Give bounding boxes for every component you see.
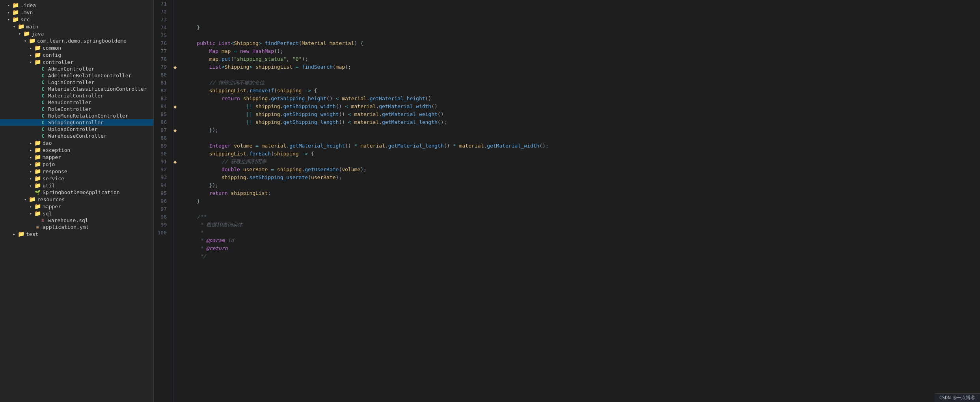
gutter-line	[173, 0, 181, 8]
gutter-line: ◆	[173, 126, 181, 134]
gutter-line	[173, 95, 181, 103]
tree-item-dao[interactable]: ▸📁dao	[0, 139, 153, 146]
tree-item-src[interactable]: ▾📁src	[0, 16, 153, 23]
tree-item-SpringbootDemoApplication[interactable]: 🌱SpringbootDemoApplication	[0, 189, 153, 196]
breakpoint-indicator: ◆	[173, 64, 177, 70]
tree-item-controller[interactable]: ▾📁controller	[0, 58, 153, 65]
gutter-line	[173, 213, 181, 221]
line-number: 87	[157, 126, 167, 134]
code-line: });	[184, 181, 977, 189]
gutter-line	[173, 16, 181, 24]
folder-closed-icon: 📁	[34, 154, 41, 160]
tree-item-label: test	[26, 231, 38, 237]
tree-item-mapper2[interactable]: ▸📁mapper	[0, 203, 153, 210]
folder-open-icon: 📁	[28, 196, 35, 202]
tree-item-UploadController[interactable]: CUploadController	[0, 126, 153, 133]
tree-item-label: AdminRoleRelationController	[48, 73, 131, 79]
code-line: *	[184, 229, 977, 237]
code-line: /**	[184, 213, 977, 221]
line-number: 92	[157, 166, 167, 174]
tree-item-config[interactable]: ▸📁config	[0, 51, 153, 58]
tree-item-java[interactable]: ▾📁java	[0, 30, 153, 37]
tree-item-MenuController[interactable]: CMenuController	[0, 99, 153, 106]
tree-item-WarehouseController[interactable]: CWarehouseController	[0, 133, 153, 139]
tree-item-sql[interactable]: ▾📁sql	[0, 210, 153, 217]
gutter-line	[173, 24, 181, 32]
gutter-line: ◆	[173, 158, 181, 166]
line-number: 86	[157, 118, 167, 126]
line-number: 77	[157, 47, 167, 55]
gutter-line	[173, 8, 181, 16]
tree-item-com.learn[interactable]: ▾📁com.learn.demo.springbootdemo	[0, 37, 153, 44]
tree-item-RoleMenuRelationController[interactable]: CRoleMenuRelationController	[0, 112, 153, 119]
tree-item-warehouse.sql[interactable]: ⊟warehouse.sql	[0, 217, 153, 224]
tree-item-label: src	[20, 17, 30, 22]
tree-item-label: MaterialController	[48, 93, 104, 99]
folder-open-arrow: ▾	[22, 39, 28, 43]
line-number: 71	[157, 0, 167, 8]
line-number: 79	[157, 63, 167, 71]
gutter-line	[173, 221, 181, 229]
folder-closed-arrow: ▸	[28, 183, 34, 188]
folder-closed-arrow: ▸	[28, 148, 34, 152]
gutter: ◆◆◆◆	[173, 0, 181, 402]
tree-item-response[interactable]: ▸📁response	[0, 168, 153, 175]
code-line: });	[184, 126, 977, 134]
gutter-line	[173, 229, 181, 237]
bottom-bar-label: CSDN @一点博客	[939, 395, 975, 400]
tree-item-MaterialClassificationController[interactable]: CMaterialClassificationController	[0, 86, 153, 92]
folder-closed-arrow: ▸	[6, 3, 12, 7]
line-number: 93	[157, 174, 167, 181]
tree-item-idea[interactable]: ▸📁.idea	[0, 2, 153, 9]
code-line: // 获取空间利用率	[184, 158, 977, 166]
folder-open-arrow: ▾	[17, 32, 23, 36]
java-file-icon: C	[39, 73, 47, 79]
tree-item-label: exception	[43, 147, 70, 153]
tree-item-label: pojo	[43, 161, 55, 167]
bottom-bar: CSDN @一点博客	[935, 393, 980, 402]
tree-item-application.yml[interactable]: ≡application.yml	[0, 224, 153, 230]
gutter-line	[173, 71, 181, 79]
code-line: }	[184, 197, 977, 205]
line-number: 72	[157, 8, 167, 16]
tree-item-RoleController[interactable]: CRoleController	[0, 106, 153, 112]
folder-closed-icon: 📁	[12, 9, 19, 15]
line-number: 74	[157, 24, 167, 32]
folder-closed-arrow: ▸	[28, 53, 34, 57]
tree-item-MaterialController[interactable]: CMaterialController	[0, 92, 153, 99]
folder-open-icon: 📁	[17, 23, 24, 30]
tree-item-mapper[interactable]: ▸📁mapper	[0, 153, 153, 161]
tree-item-AdminController[interactable]: CAdminController	[0, 65, 153, 72]
code-line: map.put("shipping_status", "0");	[184, 55, 977, 63]
tree-item-service[interactable]: ▸📁service	[0, 175, 153, 182]
code-line: Map map = new HashMap();	[184, 47, 977, 55]
tree-item-LoginController[interactable]: CLoginController	[0, 79, 153, 86]
tree-item-main[interactable]: ▾📁main	[0, 23, 153, 30]
tree-item-pojo[interactable]: ▸📁pojo	[0, 161, 153, 168]
tree-item-label: application.yml	[43, 224, 89, 230]
folder-closed-icon: 📁	[12, 2, 19, 8]
folder-open-arrow: ▾	[11, 24, 17, 29]
tree-item-common[interactable]: ▸📁common	[0, 44, 153, 51]
line-number: 78	[157, 55, 167, 63]
tree-item-label: controller	[43, 59, 73, 65]
tree-item-exception[interactable]: ▸📁exception	[0, 146, 153, 153]
sql-file-icon: ⊟	[39, 218, 47, 223]
code-line	[184, 205, 977, 213]
line-number: 96	[157, 197, 167, 205]
tree-item-test[interactable]: ▸📁test	[0, 230, 153, 237]
folder-closed-icon: 📁	[34, 52, 41, 58]
tree-item-mvn[interactable]: ▸📁.mvn	[0, 9, 153, 16]
file-tree[interactable]: ▸📁.idea▸📁.mvn▾📁src▾📁main▾📁java▾📁com.lear…	[0, 0, 154, 402]
tree-item-ShippingController[interactable]: CShippingController	[0, 119, 153, 126]
code-line: * @param id	[184, 237, 977, 245]
code-line: || shipping.getShipping_width() < materi…	[184, 103, 977, 110]
tree-item-util[interactable]: ▸📁util	[0, 182, 153, 189]
folder-closed-arrow: ▸	[28, 141, 34, 145]
folder-closed-icon: 📁	[17, 231, 24, 237]
line-number: 95	[157, 189, 167, 197]
folder-open-icon: 📁	[34, 59, 41, 65]
tree-item-resources[interactable]: ▾📁resources	[0, 196, 153, 203]
gutter-line	[173, 197, 181, 205]
tree-item-AdminRoleRelationController[interactable]: CAdminRoleRelationController	[0, 72, 153, 79]
